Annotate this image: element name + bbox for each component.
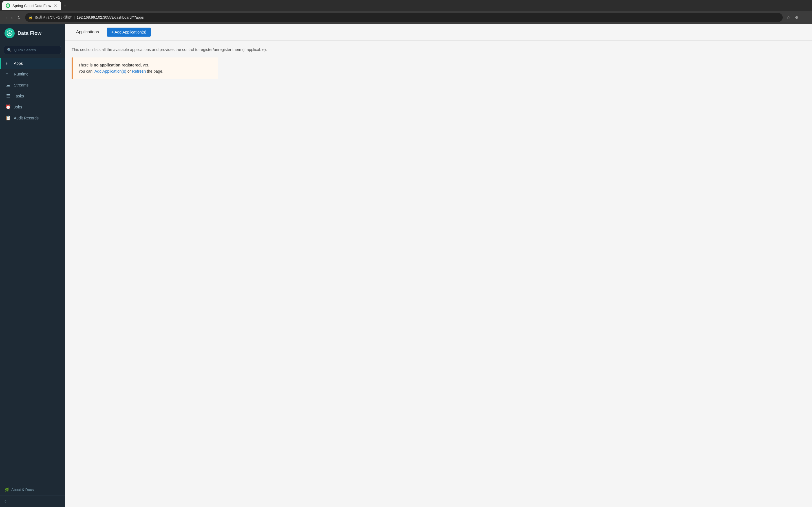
sidebar-header: Data Flow (0, 24, 65, 43)
tab-close-button[interactable]: ✕ (53, 3, 58, 8)
collapse-icon: ‹ (4, 498, 6, 504)
alert-line2-prefix: You can: (79, 69, 94, 73)
tab-title: Spring Cloud Data Flow (12, 4, 51, 8)
sidebar-nav: 🏷 Apps ⌨ Runtime ☁ Streams ☰ Tasks (0, 57, 65, 484)
sidebar-item-audit-records-label: Audit Records (14, 116, 39, 120)
search-box[interactable]: 🔍 (4, 46, 61, 54)
audit-records-icon: 📋 (5, 115, 11, 121)
menu-button[interactable]: ⋮ (801, 14, 809, 21)
sidebar-item-runtime[interactable]: ⌨ Runtime (0, 69, 65, 79)
sidebar-collapse-section: ‹ (0, 495, 65, 507)
forward-button[interactable]: › (9, 13, 15, 21)
new-tab-button[interactable]: + (61, 2, 69, 10)
sidebar-item-jobs-label: Jobs (14, 105, 22, 109)
browser-tabs: Spring Cloud Data Flow ✕ + (2, 1, 810, 10)
streams-icon: ☁ (5, 82, 11, 88)
no-apps-alert: There is no application registered, yet.… (71, 57, 218, 79)
sidebar-item-streams[interactable]: ☁ Streams (0, 79, 65, 91)
alert-suffix: , yet. (141, 63, 149, 67)
sidebar-item-apps[interactable]: 🏷 Apps (0, 58, 65, 69)
add-applications-button[interactable]: + Add Application(s) (107, 27, 151, 37)
search-icon: 🔍 (7, 48, 11, 52)
search-input[interactable] (14, 48, 58, 52)
security-icon: 🔒 (29, 15, 33, 19)
toolbar-icons: ☆ ⚙ ⋮ (785, 14, 809, 21)
add-applications-link[interactable]: Add Application(s) (94, 69, 126, 73)
main-body: This section lists all the available app… (65, 41, 812, 86)
back-button[interactable]: ‹ (3, 13, 9, 21)
alert-line1: There is no application registered, yet. (79, 62, 213, 68)
address-host: 192.168.99.102:30553/dashboard/#/apps (77, 15, 144, 19)
refresh-link[interactable]: Refresh (132, 69, 146, 73)
page-description: This section lists all the available app… (71, 47, 805, 52)
sidebar-title: Data Flow (17, 31, 42, 36)
jobs-icon: ⏰ (5, 104, 11, 110)
browser-addressbar-row: ‹ › ↻ 🔒 保護されていない通信 | 192.168.99.102:3055… (0, 11, 812, 24)
leaf-icon: 🌿 (4, 488, 9, 492)
tab-favicon (6, 3, 10, 8)
extensions-button[interactable]: ⚙ (793, 14, 800, 21)
sidebar-item-audit-records[interactable]: 📋 Audit Records (0, 112, 65, 123)
sidebar-item-tasks[interactable]: ☰ Tasks (0, 91, 65, 101)
svg-text:⌨: ⌨ (6, 71, 8, 75)
apps-icon: 🏷 (5, 61, 11, 66)
sidebar-collapse-button[interactable]: ‹ (4, 498, 6, 504)
sidebar-logo (4, 28, 15, 38)
svg-point-0 (6, 4, 9, 7)
runtime-icon: ⌨ (5, 71, 11, 76)
main-header: Applications + Add Application(s) (65, 24, 812, 41)
alert-prefix: There is (79, 63, 94, 67)
sidebar-item-jobs[interactable]: ⏰ Jobs (0, 101, 65, 112)
sidebar-search: 🔍 (0, 43, 65, 57)
nav-buttons: ‹ › ↻ (3, 13, 23, 21)
bookmark-button[interactable]: ☆ (785, 14, 792, 21)
address-protocol: 保護されていない通信 (35, 15, 71, 19)
about-docs-label: About & Docs (11, 488, 34, 492)
address-text: 保護されていない通信 | 192.168.99.102:30553/dashbo… (35, 15, 779, 20)
main-content: Applications + Add Application(s) This s… (65, 24, 812, 507)
reload-button[interactable]: ↻ (15, 13, 23, 21)
address-bar[interactable]: 🔒 保護されていない通信 | 192.168.99.102:30553/dash… (25, 13, 783, 22)
about-docs-link[interactable]: 🌿 About & Docs (4, 488, 34, 492)
alert-line2: You can: Add Application(s) or Refresh t… (79, 68, 213, 74)
alert-line2-suffix: the page. (146, 69, 163, 73)
tasks-icon: ☰ (5, 93, 11, 99)
sidebar-item-streams-label: Streams (14, 83, 29, 87)
sidebar: Data Flow 🔍 🏷 Apps ⌨ Runtime (0, 24, 65, 507)
sidebar-item-tasks-label: Tasks (14, 94, 24, 98)
sidebar-footer: 🌿 About & Docs (0, 484, 65, 495)
sidebar-item-runtime-label: Runtime (14, 72, 29, 76)
tab-applications[interactable]: Applications (71, 27, 103, 37)
active-tab[interactable]: Spring Cloud Data Flow ✕ (2, 1, 61, 10)
alert-middle: or (126, 69, 132, 73)
sidebar-item-apps-label: Apps (14, 61, 23, 66)
browser-chrome: Spring Cloud Data Flow ✕ + (0, 0, 812, 11)
alert-bold: no application registered (94, 63, 140, 67)
app-layout: Data Flow 🔍 🏷 Apps ⌨ Runtime (0, 24, 812, 507)
